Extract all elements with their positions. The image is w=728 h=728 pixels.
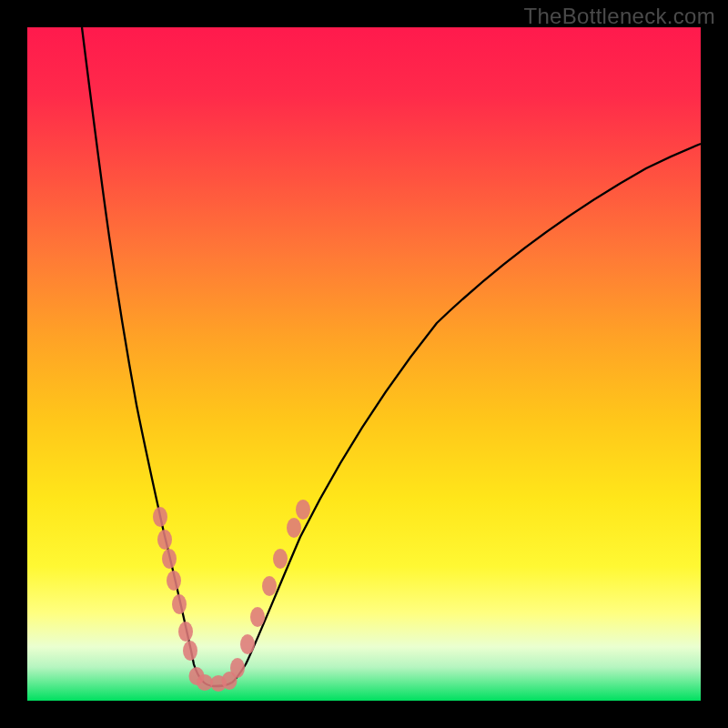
chart-marker xyxy=(178,622,193,642)
chart-marker xyxy=(262,576,277,596)
chart-marker xyxy=(162,549,177,569)
chart-marker xyxy=(273,549,288,569)
curve-right-branch xyxy=(232,144,701,682)
plot-area xyxy=(27,27,701,701)
chart-marker xyxy=(157,530,172,550)
chart-marker xyxy=(153,507,167,527)
chart-marker xyxy=(240,634,255,654)
watermark-text: TheBottleneck.com xyxy=(523,4,715,29)
chart-marker xyxy=(230,658,245,678)
chart-marker xyxy=(172,594,187,614)
chart-marker xyxy=(287,518,301,538)
chart-marker xyxy=(167,571,181,591)
chart-marker xyxy=(250,607,265,627)
chart-frame: TheBottleneck.com xyxy=(0,0,728,728)
chart-marker xyxy=(296,500,310,520)
markers-group xyxy=(153,500,310,692)
curve-left-branch xyxy=(82,27,214,686)
chart-marker xyxy=(183,641,197,661)
chart-svg xyxy=(27,27,701,701)
